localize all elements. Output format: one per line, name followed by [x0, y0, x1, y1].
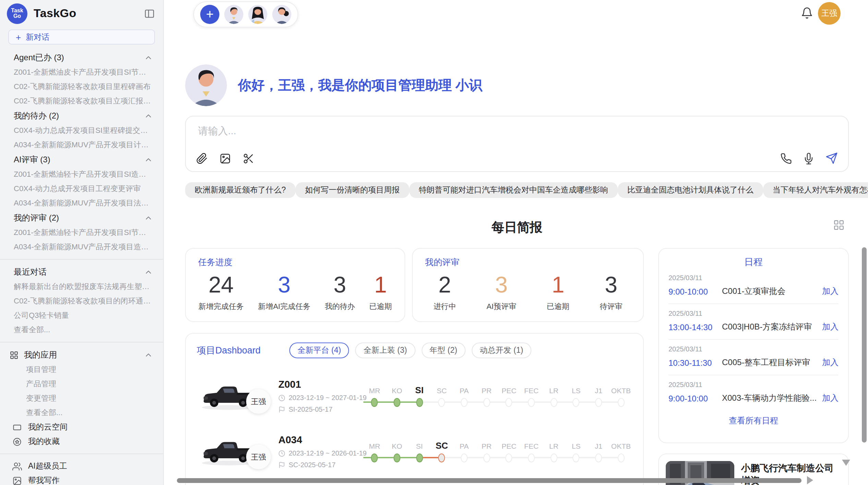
agent-avatar[interactable]: [272, 5, 291, 24]
section-title: 最近对话: [14, 266, 47, 278]
join-meeting-link[interactable]: 加入: [822, 393, 839, 404]
dashboard-tabs: 全新平台 (4)全新上装 (3)年型 (2)动总开发 (1): [289, 343, 531, 358]
sidebar-section-header[interactable]: Agent已办 (3): [0, 50, 163, 65]
sidebar-task-item[interactable]: Z001-全新燃油轻卡产品开发项目SI节点属性5D文件评审: [0, 225, 163, 240]
attachment-icon[interactable]: [196, 153, 208, 164]
suggestion-chip[interactable]: 当下年轻人对汽车外观有怎样的喜好趋势: [763, 182, 868, 198]
stat-value: 1: [369, 273, 392, 297]
collapse-sidebar-icon[interactable]: [144, 8, 155, 19]
view-all-schedule-link[interactable]: 查看所有日程: [668, 415, 839, 427]
stat-label: 待评审: [600, 301, 623, 312]
dashboard-tab[interactable]: 全新平台 (4): [289, 343, 349, 358]
milestone-label: SC: [431, 440, 453, 451]
voice-call-icon[interactable]: [780, 152, 792, 164]
sidebar-item-cloud-space[interactable]: 我的云空间: [0, 420, 163, 434]
sidebar-section-apps[interactable]: 我的应用: [0, 347, 163, 362]
sidebar-section-recent[interactable]: 最近对话: [0, 264, 163, 279]
new-chat-button[interactable]: + 新对话: [8, 29, 155, 45]
owner-badge: 王强: [246, 445, 271, 469]
sidebar-task-item[interactable]: C02-飞腾新能源轻客改款项目里程碑画布: [0, 79, 163, 94]
sidebar-section-header[interactable]: AI评审 (3): [0, 152, 163, 167]
project-row[interactable]: 王强A0342023-12-19 ~ 2026-01-19SC-2025-05-…: [197, 425, 632, 477]
sidebar-task-item[interactable]: C02-飞腾新能源轻客改款项目立项汇报方案: [0, 94, 163, 108]
milestone-label: J1: [587, 385, 610, 396]
stat-label: 已逾期: [369, 301, 392, 312]
milestone-dot: [506, 453, 513, 462]
stat-label: 进行中: [433, 301, 456, 312]
sidebar-task-item[interactable]: Z001-全新燃油轻卡产品开发项目SI造型提交物评审: [0, 167, 163, 182]
milestone-label: MR: [363, 440, 386, 451]
vertical-scrollbar[interactable]: [862, 247, 867, 443]
app-item[interactable]: 项目管理: [0, 362, 163, 377]
suggestion-chip[interactable]: 欧洲新规最近颁布了什么?: [185, 182, 296, 198]
milestone-label: LS: [565, 385, 587, 396]
milestone-label: LS: [565, 440, 587, 451]
user-avatar[interactable]: 王强: [818, 2, 841, 25]
scroll-right-arrow[interactable]: [807, 476, 813, 484]
milestone-PA: PA: [453, 440, 475, 462]
section-title: 我的评审 (2): [14, 212, 59, 224]
recent-chat-item[interactable]: 解释最新出台的欧盟报废车法规再生塑料比例被调至15%...: [0, 279, 163, 294]
scroll-down-arrow[interactable]: [842, 460, 850, 466]
sidebar-section-header[interactable]: 我的待办 (2): [0, 108, 163, 123]
chevron-up-icon: [145, 214, 152, 222]
view-all-apps-link[interactable]: 查看全部...: [0, 406, 163, 420]
plus-icon: +: [16, 33, 21, 41]
chat-input[interactable]: [197, 125, 663, 137]
dashboard-tab[interactable]: 年型 (2): [421, 343, 466, 358]
sidebar-task-item[interactable]: A034-全新新能源MUV产品开发项目造型可行性评审: [0, 240, 163, 254]
section-title: 我的应用: [24, 349, 57, 361]
dashboard-tab[interactable]: 动总开发 (1): [472, 343, 532, 358]
greeting-text: 你好，王强，我是你的项目管理助理 小识: [238, 76, 482, 95]
screenshot-scissors-icon[interactable]: [243, 153, 254, 164]
join-meeting-link[interactable]: 加入: [822, 321, 839, 333]
image-upload-icon[interactable]: [219, 153, 231, 164]
project-row[interactable]: 王强Z0012023-12-19 ~ 2027-01-19SI-2025-05-…: [197, 370, 632, 422]
assistant-avatar: [185, 64, 227, 106]
sidebar-item-star-badge[interactable]: 我的收藏: [0, 434, 163, 449]
section-title: 我的待办 (2): [14, 110, 59, 122]
stat-card-title: 我的评审: [425, 257, 638, 269]
app-item[interactable]: 产品管理: [0, 377, 163, 391]
agent-avatar[interactable]: [224, 5, 243, 24]
sidebar-task-item[interactable]: A034-全新新能源MUV产品开发项目法规符合性评审: [0, 196, 163, 210]
apps-grid-icon: [10, 350, 19, 359]
dashboard-tab[interactable]: 全新上装 (3): [355, 343, 415, 358]
stat-value: 3: [325, 273, 355, 297]
suggestion-chip[interactable]: 比亚迪全固态电池计划具体说了什么: [618, 182, 763, 198]
recent-chat-item[interactable]: C02-飞腾新能源轻客改款项目的闭环通告反馈情况: [0, 294, 163, 308]
sidebar-section-header[interactable]: 我的评审 (2): [0, 210, 163, 225]
stat: 3新增AI完成任务: [258, 273, 311, 312]
sidebar-tool-item[interactable]: AI超级员工: [0, 459, 163, 473]
send-icon[interactable]: [825, 152, 838, 164]
notification-bell-icon[interactable]: [801, 7, 813, 19]
chevron-up-icon: [145, 351, 152, 359]
layout-grid-icon[interactable]: [833, 219, 845, 231]
stat-label: 新增完成任务: [198, 301, 244, 312]
stat: 1已逾期: [547, 273, 569, 312]
schedule-name: C005-整车工程目标评审: [722, 357, 822, 369]
join-meeting-link[interactable]: 加入: [822, 357, 839, 369]
app-item[interactable]: 变更管理: [0, 391, 163, 406]
microphone-icon[interactable]: [803, 152, 815, 164]
stat: 3待评审: [600, 273, 623, 312]
horizontal-scrollbar[interactable]: [177, 478, 801, 483]
add-agent-button[interactable]: +: [200, 5, 219, 24]
stat-value: 2: [433, 273, 456, 297]
suggestion-chip[interactable]: 特朗普可能对进口汽车增税会对中国车企造成哪些影响: [409, 182, 618, 198]
sidebar-task-item[interactable]: Z001-全新燃油皮卡产品开发项目SI节点Lesson Learn报告: [0, 65, 163, 79]
agent-avatar[interactable]: [248, 5, 267, 24]
view-all-recent-link[interactable]: 查看全部...: [0, 323, 163, 337]
recent-chat-item[interactable]: 公司Q3轻卡销量: [0, 308, 163, 323]
schedule-item: 2025/03/1110:30-11:30C005-整车工程目标评审加入: [668, 340, 839, 375]
sidebar-task-item[interactable]: A034-全新新能源MUV产品开发项目计划变更表编写: [0, 138, 163, 152]
milestone-dot: [438, 398, 445, 407]
divider: [0, 342, 163, 343]
suggestion-chip[interactable]: 如何写一份清晰的项目周报: [296, 182, 409, 198]
sidebar-link-label: AI超级员工: [28, 461, 67, 471]
sidebar-task-item[interactable]: C0X4-动力总成开发项目SI里程碑提交物检查: [0, 123, 163, 138]
stat-value: 24: [198, 273, 244, 297]
sidebar-tool-item[interactable]: 帮我写作: [0, 473, 163, 485]
sidebar-task-item[interactable]: C0X4-动力总成开发项目工程变更评审: [0, 182, 163, 196]
join-meeting-link[interactable]: 加入: [822, 286, 839, 297]
